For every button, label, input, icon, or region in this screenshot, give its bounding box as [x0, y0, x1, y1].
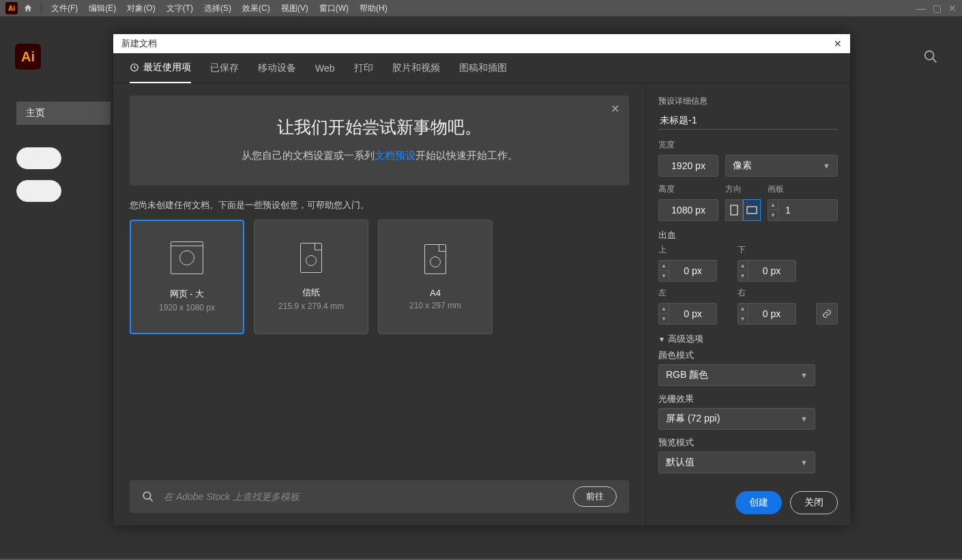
app-logo-large: Ai	[15, 44, 41, 70]
menu-view[interactable]: 视图(V)	[277, 3, 312, 14]
menu-edit[interactable]: 编辑(E)	[85, 3, 120, 14]
svg-line-4	[149, 498, 153, 501]
height-input[interactable]: 1080 px	[658, 199, 718, 221]
orientation-landscape-button[interactable]	[743, 199, 761, 221]
artboards-input[interactable]: 1	[778, 199, 838, 221]
chevron-down-icon: ▼	[800, 415, 808, 423]
new-document-dialog: 新建文档 ✕ 最近使用项 已保存 移动设备 Web 打印 胶片和视频 图稿和插图…	[113, 34, 850, 525]
stock-go-button[interactable]: 前往	[573, 486, 617, 507]
height-label: 高度	[658, 183, 718, 195]
preset-card-web-large[interactable]: 网页 - 大 1920 x 1080 px	[130, 220, 244, 334]
menu-bar: Ai 文件(F) 编辑(E) 对象(O) 文字(T) 选择(S) 效果(C) 视…	[0, 0, 962, 16]
bleed-bottom-input[interactable]: 0 px	[748, 260, 796, 282]
menu-help[interactable]: 帮助(H)	[355, 3, 392, 14]
menu-select[interactable]: 选择(S)	[200, 3, 235, 14]
artboards-stepper[interactable]: ▲▼	[768, 199, 778, 221]
svg-rect-5	[731, 205, 738, 215]
minimize-icon[interactable]: —	[916, 3, 926, 14]
home-icon[interactable]	[23, 3, 33, 13]
dialog-close-icon[interactable]: ✕	[834, 38, 842, 49]
banner-heading: 让我们开始尝试新事物吧。	[143, 116, 615, 138]
banner-link[interactable]: 文档预设	[375, 149, 416, 161]
open-button[interactable]: 打开	[16, 180, 61, 202]
bleed-bottom-stepper[interactable]: ▲▼	[738, 260, 748, 282]
orientation-portrait-button[interactable]	[725, 199, 743, 221]
banner: ✕ 让我们开始尝试新事物吧。 从您自己的文档设置或一系列文档预设开始以快速开始工…	[130, 95, 629, 186]
bleed-top-stepper[interactable]: ▲▼	[658, 260, 669, 282]
banner-subtext: 从您自己的文档设置或一系列文档预设开始以快速开始工作。	[143, 149, 615, 162]
bleed-top-input[interactable]: 0 px	[669, 260, 717, 282]
menu-file[interactable]: 文件(F)	[47, 3, 82, 14]
stock-search-input[interactable]	[164, 491, 564, 502]
orientation-label: 方向	[725, 183, 761, 195]
dialog-titlebar: 新建文档 ✕	[113, 34, 850, 53]
link-icon	[822, 309, 832, 319]
preset-details-panel: 预设详细信息 宽度 1920 px x 像素▼ 高度 1080 px	[645, 83, 850, 525]
maximize-icon[interactable]: ▢	[933, 3, 942, 14]
banner-close-icon[interactable]: ✕	[611, 102, 620, 115]
artboards-label: 画板	[768, 183, 838, 195]
unit-select[interactable]: 像素▼	[725, 155, 838, 177]
menu-object[interactable]: 对象(O)	[123, 3, 159, 14]
preset-card-a4[interactable]: A4 210 x 297 mm	[378, 220, 493, 334]
width-input[interactable]: 1920 px	[658, 155, 718, 177]
document-icon	[424, 244, 446, 274]
bleed-left-input[interactable]: 0 px	[669, 303, 717, 325]
preset-card-letter[interactable]: 信纸 215.9 x 279.4 mm	[254, 220, 368, 334]
clock-icon	[130, 63, 139, 72]
preview-mode-select[interactable]: 默认值▼	[658, 452, 815, 473]
tab-saved[interactable]: 已保存	[210, 54, 239, 83]
raster-effects-select[interactable]: 屏幕 (72 ppi)▼	[658, 408, 815, 430]
menu-effect[interactable]: 效果(C)	[238, 3, 274, 14]
new-button[interactable]: 新建	[16, 147, 61, 169]
search-icon[interactable]	[923, 49, 938, 64]
width-label: 宽度	[658, 139, 718, 151]
web-icon	[171, 241, 203, 274]
dialog-title: 新建文档	[121, 38, 157, 50]
document-icon	[300, 243, 322, 273]
document-name-input[interactable]	[658, 113, 838, 130]
presets-hint: 您尚未创建任何文档。下面是一些预设创意，可帮助您入门。	[130, 199, 629, 211]
panel-title: 预设详细信息	[658, 95, 838, 107]
close-button[interactable]: 关闭	[790, 491, 838, 514]
presets-panel: ✕ 让我们开始尝试新事物吧。 从您自己的文档设置或一系列文档预设开始以快速开始工…	[113, 83, 645, 525]
chevron-down-icon: ▼	[800, 371, 808, 379]
bleed-right-input[interactable]: 0 px	[748, 303, 796, 325]
advanced-options-toggle[interactable]: ▼ 高级选项	[658, 333, 838, 345]
search-icon	[142, 490, 154, 503]
link-bleed-button[interactable]	[816, 303, 838, 325]
home-tab[interactable]: 主页	[16, 102, 111, 125]
chevron-down-icon: ▼	[823, 162, 830, 170]
raster-effects-label: 光栅效果	[658, 393, 838, 405]
color-mode-select[interactable]: RGB 颜色▼	[658, 364, 815, 386]
tab-recent[interactable]: 最近使用项	[130, 53, 191, 83]
svg-line-1	[933, 59, 937, 63]
tab-web[interactable]: Web	[315, 55, 335, 82]
tab-mobile[interactable]: 移动设备	[258, 54, 296, 83]
tab-print[interactable]: 打印	[354, 54, 373, 83]
create-button[interactable]: 创建	[735, 491, 782, 514]
app-logo-small: Ai	[5, 2, 18, 14]
svg-point-3	[143, 492, 151, 499]
svg-rect-6	[747, 207, 757, 213]
window-close-icon[interactable]: ✕	[948, 3, 957, 14]
chevron-down-icon: ▼	[658, 336, 665, 343]
menu-window[interactable]: 窗口(W)	[315, 3, 353, 14]
svg-point-0	[925, 51, 934, 60]
bleed-left-stepper[interactable]: ▲▼	[658, 303, 669, 325]
stock-search-bar: 前往	[130, 480, 629, 513]
menu-type[interactable]: 文字(T)	[162, 3, 197, 14]
bleed-right-stepper[interactable]: ▲▼	[738, 303, 748, 325]
bleed-label: 出血	[658, 229, 838, 241]
preview-mode-label: 预览模式	[658, 437, 838, 449]
chevron-down-icon: ▼	[800, 458, 808, 467]
tab-art[interactable]: 图稿和插图	[459, 54, 507, 83]
color-mode-label: 颜色模式	[658, 349, 838, 362]
tab-film[interactable]: 胶片和视频	[392, 54, 440, 83]
dialog-tabs: 最近使用项 已保存 移动设备 Web 打印 胶片和视频 图稿和插图	[113, 53, 850, 83]
